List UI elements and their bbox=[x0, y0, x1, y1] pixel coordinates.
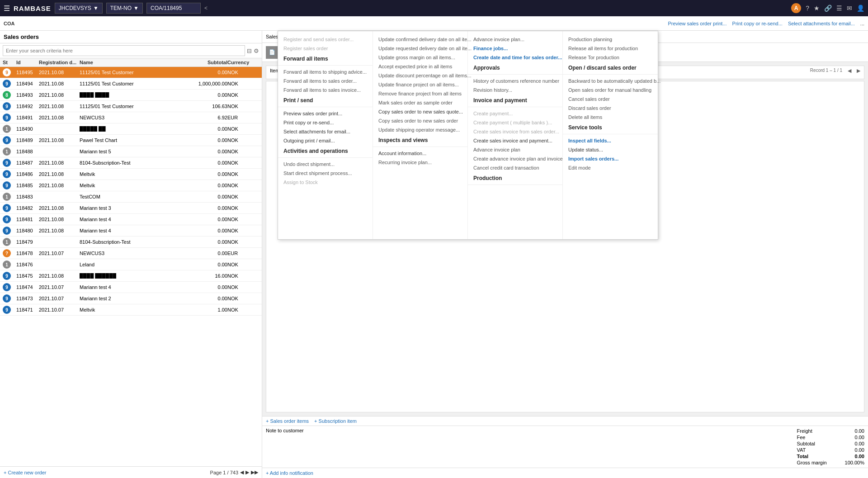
menu-item[interactable]: Update gross margin on all items... bbox=[373, 53, 467, 62]
logo: RAMBASE bbox=[14, 5, 51, 12]
menu-item[interactable]: History of customers reference number bbox=[468, 76, 562, 85]
menu-item[interactable]: Update requested delivery date on all it… bbox=[373, 44, 467, 53]
menu-section-header: Approvals bbox=[468, 62, 562, 72]
dropdown-menu: Register and send sales order...Register… bbox=[278, 31, 658, 240]
menu-section-header: Inspects and views bbox=[373, 134, 467, 145]
menu-item[interactable]: Delete all items bbox=[563, 113, 658, 122]
menu-item[interactable]: Advance invoice plan... bbox=[468, 35, 562, 44]
menu-item[interactable]: Accept expected price in all items bbox=[373, 62, 467, 71]
menu-item[interactable]: Select attachments for email... bbox=[278, 127, 373, 136]
menu-item[interactable]: Copy sales order to new sales quote... bbox=[373, 107, 467, 116]
link-icon[interactable]: 🔗 bbox=[824, 5, 832, 12]
menu-item: Create payment... bbox=[468, 109, 562, 118]
menu-item[interactable]: Production planning bbox=[563, 35, 658, 44]
preview-print-link[interactable]: Preview sales order print... bbox=[668, 21, 726, 26]
menu-item[interactable]: Discard sales order bbox=[563, 104, 658, 113]
menu-icon[interactable]: ☰ bbox=[4, 4, 10, 13]
menu-section-header: Activities and operations bbox=[278, 145, 373, 156]
menu-col-4: Production planningRelease all items for… bbox=[563, 31, 658, 239]
secondary-nav: COA Preview sales order print... Print c… bbox=[0, 16, 868, 31]
mail-icon[interactable]: ✉ bbox=[847, 5, 852, 12]
breadcrumb: COA bbox=[4, 21, 14, 26]
menu-item[interactable]: Preview sales order print... bbox=[278, 109, 373, 118]
menu-item: Register and send sales order... bbox=[278, 35, 373, 44]
template-dropdown[interactable]: TEM-NO ▼ bbox=[106, 3, 143, 14]
secondary-actions: Preview sales order print... Print copy … bbox=[668, 21, 864, 26]
menu-section-header: Open / discard sales order bbox=[563, 62, 658, 72]
print-resend-link[interactable]: Print copy or re-send... bbox=[732, 21, 783, 26]
menu-item[interactable]: Outgoing print / email... bbox=[278, 136, 373, 145]
help-icon[interactable]: ? bbox=[806, 5, 809, 12]
menu-item[interactable]: Update status... bbox=[563, 145, 658, 154]
menu-item: Register sales order bbox=[278, 44, 373, 53]
attachments-link[interactable]: Select attachments for email... bbox=[788, 21, 855, 26]
menu-col-1: Register and send sales order...Register… bbox=[278, 31, 373, 239]
menu-section-header: Forward all items bbox=[278, 53, 373, 63]
star-icon[interactable]: ★ bbox=[814, 5, 820, 12]
alert-icon[interactable]: A bbox=[791, 3, 801, 13]
menu-item[interactable]: Start direct shipment process... bbox=[278, 169, 373, 178]
menu-item[interactable]: Open sales order for manual handling bbox=[563, 85, 658, 95]
menu-section-header: Invoice and payment bbox=[468, 95, 562, 105]
user-icon[interactable]: 👤 bbox=[857, 5, 864, 12]
menu-item[interactable]: Release Tor production bbox=[563, 53, 658, 62]
main-content: Sales orders ⊟ ⚙ St Id Registration d...… bbox=[0, 31, 868, 478]
path-input[interactable] bbox=[146, 3, 201, 14]
menu-item[interactable]: Update finance project on all items... bbox=[373, 80, 467, 89]
menu-item[interactable]: Revision history... bbox=[468, 85, 562, 95]
menu-item[interactable]: Remove finance project from all items bbox=[373, 89, 467, 98]
menu-section-header: Production bbox=[468, 172, 562, 183]
menu-item[interactable]: Update shipping operator message... bbox=[373, 125, 467, 134]
menu-item[interactable]: Create sales invoice and payment... bbox=[468, 136, 562, 145]
dropdown-overlay[interactable]: Register and send sales order...Register… bbox=[0, 31, 868, 478]
menu-item[interactable]: Copy sales order to new sales order bbox=[373, 116, 467, 125]
menu-item[interactable]: Create advance invoice plan and invoice bbox=[468, 154, 562, 163]
menu-item[interactable]: Mark sales order as sample order bbox=[373, 98, 467, 107]
menu-item: Assign to Stock bbox=[278, 178, 373, 187]
topbar: ☰ RAMBASE JHCDEVSYS ▼ TEM-NO ▼ < A ? ★ 🔗… bbox=[0, 0, 868, 16]
menu-item[interactable]: Account information... bbox=[373, 149, 467, 158]
menu-item[interactable]: Finance jobs... bbox=[468, 44, 562, 53]
menu-col-2: Update confirmed delivery date on all it… bbox=[373, 31, 468, 239]
menu-item[interactable]: Create date and time for sales order... bbox=[468, 53, 562, 62]
menu-section-header: Print / send bbox=[278, 95, 373, 105]
menu-item[interactable]: Print copy or re-send... bbox=[278, 118, 373, 127]
menu-item: Create sales invoice from sales order... bbox=[468, 127, 562, 136]
menu-item[interactable]: Cancel credit card transaction bbox=[468, 163, 562, 172]
menu-col-3: Advance invoice plan...Finance jobs...Cr… bbox=[468, 31, 563, 239]
company-dropdown[interactable]: JHCDEVSYS ▼ bbox=[55, 3, 103, 14]
nav-icons: A ? ★ 🔗 ☰ ✉ 👤 bbox=[791, 3, 864, 13]
menu-item[interactable]: Forward all items to shipping advice... bbox=[278, 67, 373, 76]
menu-section-header: Service tools bbox=[563, 122, 658, 132]
menu-item[interactable]: Release all items for production bbox=[563, 44, 658, 53]
menu-item[interactable]: Recurring invoice plan... bbox=[373, 158, 467, 167]
menu-item[interactable]: Forward all items to sales order... bbox=[278, 76, 373, 85]
menu-item[interactable]: Inspect all fields... bbox=[563, 136, 658, 145]
menu-item[interactable]: Backward to be automatically updated b..… bbox=[563, 76, 658, 85]
menu-item[interactable]: Cancel sales order bbox=[563, 95, 658, 104]
more-actions[interactable]: ... bbox=[860, 21, 864, 26]
menu-item[interactable]: Import sales orders... bbox=[563, 154, 658, 163]
menu-item[interactable]: Edit mode bbox=[563, 163, 658, 172]
list-icon[interactable]: ☰ bbox=[836, 5, 842, 12]
menu-item[interactable]: Advance invoice plan bbox=[468, 145, 562, 154]
menu-item[interactable]: Forward all items to sales invoice... bbox=[278, 85, 373, 95]
path-expand[interactable]: < bbox=[204, 5, 208, 11]
menu-item[interactable]: Update confirmed delivery date on all it… bbox=[373, 35, 467, 44]
menu-item: Create payment ( multiple banks )... bbox=[468, 118, 562, 127]
menu-item[interactable]: Update discount percentage on all items.… bbox=[373, 71, 467, 80]
menu-item[interactable]: Undo direct shipment... bbox=[278, 160, 373, 169]
